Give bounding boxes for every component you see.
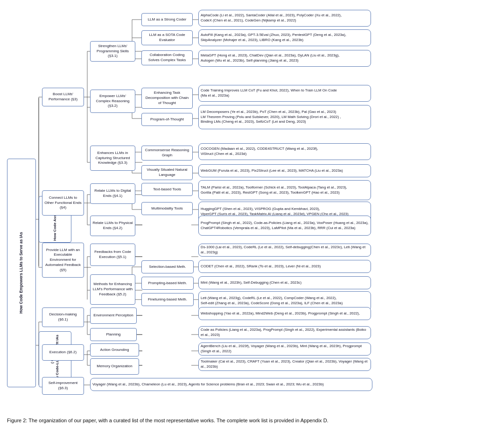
leaf-mint: Mint (Wang et al., 2023h), Self-Debuggin…: [198, 276, 371, 289]
leaf-codet: CODET (Chen et al., 2022), SRank (To et …: [198, 260, 371, 273]
leaf-code-training: Code Training Improves LLM CoT (Fu and K…: [198, 85, 371, 102]
node-enhances: Enhances LLMs in Capturing Structured Kn…: [90, 146, 135, 171]
node-selfimprove: Self-improvement (§6.3): [42, 377, 84, 395]
main-diagram: How Code Empowers LLMs to Serve as IAs H…: [7, 5, 495, 411]
node-action-grounding: Action Grounding: [90, 343, 139, 356]
node-feedbacks: Feedbacks from Code Execution (§5.1): [90, 244, 135, 266]
node-connect: Connect LLMs to Other Functional Ends (§…: [42, 190, 84, 216]
leaf-autofill: AutoFill (Kang et al., 2023a), GPT-3.5Ev…: [198, 29, 371, 46]
node-decision: Decision-making (§6.1): [42, 307, 84, 327]
leaf-metagpt: MetaGPT (Hong et al., 2023), ChatDev (Qi…: [198, 50, 371, 67]
node-selection-meth: Selection-based Meth.: [141, 260, 194, 273]
node-memory-org: Memory Organization: [90, 358, 139, 375]
node-llm-sota: LLM as a SOTA Code Evaluator: [141, 30, 193, 45]
node-methods: Methods for Enhancing LLM's Performance …: [90, 274, 135, 305]
leaf-lm-decomposers: LM Decomposers (Ye et al., 2023b), PoT (…: [198, 105, 371, 129]
node-collab: Collaboration Coding Solves Complex Task…: [141, 50, 193, 65]
leaf-talm: TALM (Parisi et al., 2022a), Toolformer …: [198, 180, 371, 200]
leaf-agentbench: AgentBench (Liu et al., 2023f), Voyager …: [198, 342, 371, 356]
node-llm-coder: LLM as a Strong Coder: [141, 13, 193, 26]
leaf-progprompt-robotics: ProgPrompt (Singh et al., 2022), Code-as…: [198, 216, 371, 236]
figure-caption: Figure 2: The organization of our paper,…: [7, 418, 427, 423]
node-multimodality: Multimodality Tools: [141, 202, 193, 215]
node-env-perception: Environment Perception: [90, 307, 137, 324]
node-visually-situated: Visually Situated Natural Language: [141, 165, 193, 180]
leaf-webgum: WebGUM (Furuta et al., 2023), Pix2Struct…: [198, 164, 371, 177]
node-planning: Planning: [90, 328, 137, 341]
leaf-code-policies: Code as Policies (Liang et al., 2023a), …: [198, 326, 371, 339]
node-text-tools: Text-based Tools: [141, 183, 193, 196]
node-execution: Execution (§6.2): [42, 344, 84, 361]
node-strengthen: Strengthen LLMs' Programming Skills (§3.…: [90, 41, 135, 62]
leaf-voyager-selfimprove: Voyager (Wang et al., 2023b), Chameleon …: [90, 378, 372, 391]
node-prompting-meth: Prompting-based Meth.: [141, 277, 194, 290]
node-finetuning-meth: Finetuning-based Meth.: [141, 293, 194, 306]
node-program-thought: Program-of-Thought: [141, 113, 193, 126]
node-relate-physical: Relate LLMs to Physical Ends (§4.2): [90, 216, 135, 236]
node-empower: Empower LLMs' Complex Reasoning (§3.2): [90, 90, 135, 113]
leaf-ds1000: Ds-1000 (Lai et al., 2023), CodeRL (Le e…: [198, 244, 371, 257]
leaf-toolmaker: Toolmaker (Cai et al., 2023), CRAFT (Yua…: [198, 358, 371, 371]
root-empowers: How Code Empowers LLMs to Serve as IAs: [7, 159, 36, 387]
leaf-cocogen: COCOGEN (Madaan et al., 2022), CODE4STRU…: [198, 143, 371, 160]
node-relate-digital: Relate LLMs to Digital Ends (§4.1): [90, 183, 135, 204]
leaf-webshopping: Webshopping (Yao et al., 2022a), Mind2We…: [198, 307, 371, 320]
node-provide: Provide LLM with an Executable Environme…: [42, 243, 84, 278]
node-enhancing-task: Enhancing Task Decomposition with Chain …: [141, 88, 193, 109]
leaf-alphacode: AlphaCode (Li et al., 2022), SantaCoder …: [198, 10, 371, 27]
node-commonsense: Commonsense Reasoning Graph: [141, 146, 193, 161]
node-boost: Boost LLMs' Performance (§3): [42, 88, 84, 106]
